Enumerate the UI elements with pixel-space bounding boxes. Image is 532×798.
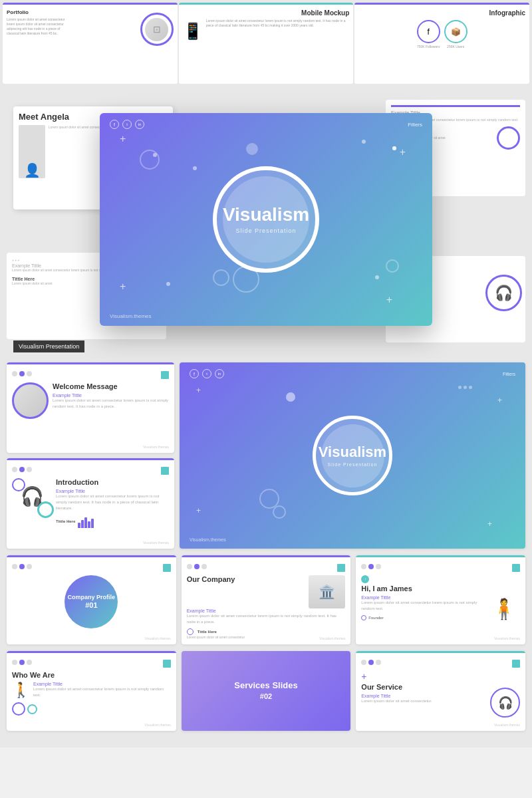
hj-header bbox=[361, 564, 520, 572]
main-circle-container: Visualism Slide Presentation bbox=[213, 166, 319, 273]
welcome-text-area: Welcome Message Example Tittle Lorem ips… bbox=[53, 382, 169, 410]
company-profile-number: #01 bbox=[85, 601, 97, 610]
big-featured-slide-thumb[interactable]: f t in Filters + + + + bbox=[180, 362, 525, 549]
services-title: Services Slides bbox=[234, 680, 297, 692]
oc-body: Lorem ipsum dolor sit amet consectetur l… bbox=[187, 613, 346, 625]
wwa-dot-3 bbox=[27, 660, 32, 665]
infographic-title: Infographic bbox=[358, 9, 525, 17]
company-profile-content: Company Profile #01 bbox=[12, 575, 171, 628]
os-dot-3 bbox=[376, 660, 381, 665]
main-featured-slide[interactable]: f t in Filters + + + + bbox=[100, 113, 432, 326]
big-fb-icon: f bbox=[190, 369, 199, 378]
big-main-circle: Visualism Slide Presentation bbox=[313, 416, 392, 495]
big-deco-plus-3: + bbox=[196, 506, 201, 515]
deco-circle-2 bbox=[386, 259, 399, 273]
big-dots-row bbox=[458, 386, 472, 389]
icon-dot-3 bbox=[27, 371, 32, 376]
oc-title: Our Company bbox=[187, 575, 235, 583]
hj-share-row: ↑ bbox=[361, 575, 487, 583]
big-filters[interactable]: Filters bbox=[503, 372, 515, 376]
wwa-footer: Visualism.themes bbox=[145, 723, 171, 727]
big-footer: Visualism.themes bbox=[190, 537, 226, 542]
welcome-title: Welcome Message bbox=[53, 382, 169, 390]
oc-tittle-row: Tittle Here bbox=[187, 628, 346, 635]
intro-slide-thumb[interactable]: 🎧 Introduction Example Tittle Lorem ipsu… bbox=[7, 458, 174, 549]
services-number: #02 bbox=[260, 692, 272, 701]
hj-corner bbox=[512, 564, 520, 572]
deco-circle-4 bbox=[213, 269, 229, 286]
wwa-icons bbox=[12, 660, 32, 665]
cp-dot-3 bbox=[27, 564, 32, 569]
visualism-title: Visualism bbox=[223, 205, 309, 225]
portfolio-slide-thumb[interactable]: Portfolio Lorem ipsum dolor sit amet con… bbox=[3, 3, 178, 84]
oc-corner bbox=[337, 564, 345, 572]
wwa-content: Who We Are 🚶 Example Tittle Lorem ipsum … bbox=[12, 671, 171, 716]
our-company-slide-thumb[interactable]: Our Company 🏛️ Example Tittle Lorem ipsu… bbox=[182, 555, 351, 644]
company-profile-title: Company Profile bbox=[68, 594, 116, 601]
oc-header bbox=[187, 564, 346, 572]
infographic-slide-thumb[interactable]: Infographic f 750K Followers 📦 256K User… bbox=[354, 3, 529, 84]
filters-label[interactable]: Filters bbox=[408, 122, 422, 128]
hj-icons bbox=[361, 564, 381, 569]
deco-dot-3 bbox=[193, 166, 197, 170]
slide-bar-teal bbox=[179, 3, 354, 5]
intro-header bbox=[12, 467, 169, 475]
welcome-body: Lorem ipsum dolor sit amet consectetur l… bbox=[53, 398, 169, 410]
company-profile-slide-thumb[interactable]: Company Profile #01 Visualism.themes bbox=[7, 555, 176, 644]
services-slides-thumb[interactable]: Services Slides #02 bbox=[182, 651, 351, 731]
os-dot-1 bbox=[361, 660, 366, 665]
big-tw-icon: t bbox=[202, 369, 211, 378]
mobile-mockup-slide-thumb[interactable]: Mobile Mockup 📱 Lorem ipsum dolor sit am… bbox=[179, 3, 354, 84]
big-d1 bbox=[458, 386, 462, 389]
intro-dot-2 bbox=[19, 467, 25, 472]
intro-dot-3 bbox=[27, 467, 32, 472]
oc-content: Our Company 🏛️ Example Tittle Lorem ipsu… bbox=[187, 575, 346, 639]
cp-dot-2 bbox=[19, 564, 25, 569]
oc-icons bbox=[187, 564, 207, 569]
big-featured-header: f t in Filters bbox=[180, 369, 525, 378]
oc-bar bbox=[182, 555, 351, 557]
big-ig-icon: in bbox=[215, 369, 224, 378]
wwa-dot-1 bbox=[12, 660, 17, 665]
corner-badge bbox=[161, 371, 169, 379]
slide-bar bbox=[3, 3, 178, 5]
who-we-are-slide-thumb[interactable]: Who We Are 🚶 Example Tittle Lorem ipsum … bbox=[7, 651, 176, 731]
hj-role-row: Founder bbox=[361, 615, 487, 620]
welcome-circle-deco bbox=[12, 382, 49, 419]
hi-james-slide-thumb[interactable]: ↑ Hi, I am James Example Tittle Lorem ip… bbox=[356, 555, 525, 644]
wwa-body-row: 🚶 Example Tittle Lorem ipsum dolor sit a… bbox=[12, 682, 171, 699]
deco-plus-4: + bbox=[386, 294, 392, 306]
cp-footer: Visualism.themes bbox=[145, 636, 171, 640]
hj-dot-2 bbox=[368, 564, 374, 569]
arch-image: 🏛️ bbox=[309, 575, 345, 608]
welcome-content: Welcome Message Example Tittle Lorem ips… bbox=[12, 382, 169, 419]
deco-plus-2: + bbox=[400, 146, 406, 158]
globe-icon bbox=[187, 628, 194, 635]
grid-row-1: Welcome Message Example Tittle Lorem ips… bbox=[7, 362, 525, 549]
welcome-slide-thumb[interactable]: Welcome Message Example Tittle Lorem ips… bbox=[7, 362, 174, 453]
person-figure: 🧍 bbox=[487, 597, 520, 620]
plus-icon: + bbox=[361, 671, 402, 682]
wwa-circles bbox=[12, 702, 171, 716]
left-stack: Welcome Message Example Tittle Lorem ips… bbox=[7, 362, 174, 549]
big-dot-1 bbox=[286, 392, 295, 402]
twitter-icon: t bbox=[122, 120, 132, 129]
featured-slide-header: f t in Filters bbox=[100, 120, 432, 129]
deco-dot-big bbox=[246, 143, 258, 155]
oc-dot-3 bbox=[201, 564, 207, 569]
intro-text-area: Introduction Example Tittle Lorem ipsum … bbox=[56, 478, 169, 528]
big-social-icons: f t in bbox=[190, 369, 224, 378]
big-deco-plus-2: + bbox=[497, 396, 502, 405]
facebook-icon: f bbox=[110, 120, 119, 129]
cp-dot-1 bbox=[12, 564, 17, 569]
presentation-label: Visualism Presentation bbox=[13, 340, 84, 352]
instagram-icon: in bbox=[135, 120, 144, 129]
portfolio-body: Lorem ipsum dolor sit amet consectetur l… bbox=[7, 17, 66, 36]
our-service-slide-thumb[interactable]: + Our Service Example Tittle Lorem ipsum… bbox=[356, 651, 525, 731]
tittle-here-label: Tittle Here bbox=[56, 519, 75, 523]
hj-body: Lorem ipsum dolor sit amet consectetur l… bbox=[361, 600, 487, 612]
os-dot-2 bbox=[368, 660, 374, 665]
big-d3 bbox=[469, 386, 472, 389]
welcome-icons bbox=[12, 371, 32, 376]
deco-plus-1: + bbox=[120, 133, 126, 145]
